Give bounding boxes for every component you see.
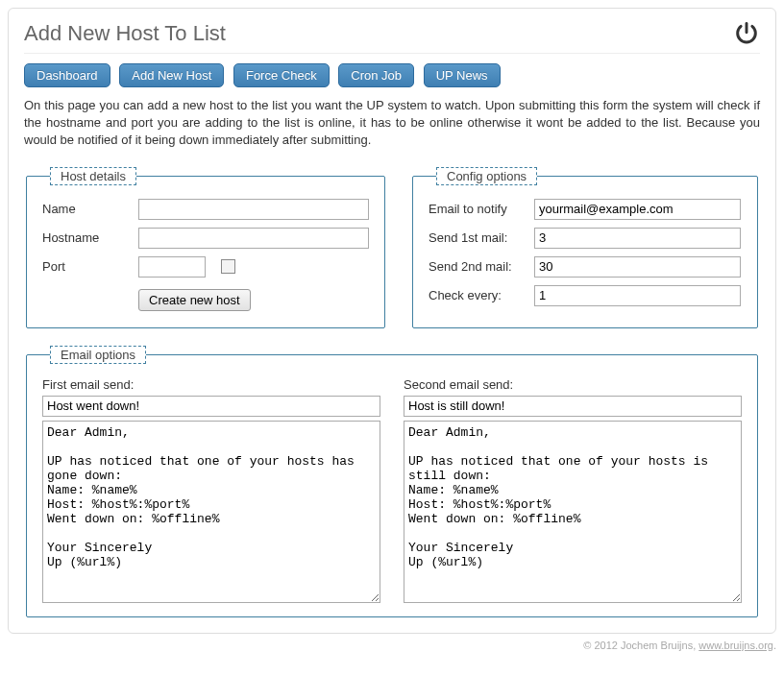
nav-force-check[interactable]: Force Check (233, 63, 330, 87)
check-every-label: Check every: (429, 288, 534, 302)
port-checkbox[interactable] (221, 259, 235, 274)
footer-suffix: . (773, 640, 776, 651)
port-label: Port (42, 259, 138, 274)
config-options-legend: Config options (436, 167, 537, 185)
host-details-fieldset: Host details Name Hostname Port Create n… (26, 167, 385, 328)
first-email-subject-input[interactable] (42, 396, 380, 417)
config-options-fieldset: Config options Email to notify Send 1st … (412, 167, 758, 328)
second-mail-input[interactable] (534, 256, 741, 278)
name-input[interactable] (138, 199, 369, 220)
first-email-label: First email send: (42, 377, 380, 392)
footer-link[interactable]: www.bruijns.org (698, 640, 773, 651)
power-icon[interactable] (733, 20, 760, 47)
intro-text: On this page you can add a new host to t… (24, 97, 760, 150)
hostname-input[interactable] (138, 228, 369, 249)
first-email-body-textarea[interactable] (42, 421, 380, 603)
name-label: Name (42, 202, 138, 216)
footer: © 2012 Jochem Bruijns, www.bruijns.org. (8, 640, 776, 651)
check-every-input[interactable] (534, 285, 741, 306)
first-mail-input[interactable] (534, 228, 741, 249)
nav-dashboard[interactable]: Dashboard (24, 63, 110, 87)
second-email-label: Second email send: (404, 377, 742, 392)
port-input[interactable] (138, 256, 206, 278)
create-host-button[interactable]: Create new host (138, 289, 251, 311)
page-title: Add New Host To List (24, 21, 226, 46)
first-email-column: First email send: (42, 377, 380, 603)
email-options-legend: Email options (50, 346, 146, 364)
host-details-legend: Host details (50, 167, 136, 185)
email-options-fieldset: Email options First email send: Second e… (26, 346, 758, 617)
header: Add New Host To List (24, 20, 760, 54)
nav-cron-job[interactable]: Cron Job (338, 63, 414, 87)
second-mail-label: Send 2nd mail: (429, 259, 534, 274)
email-notify-input[interactable] (534, 199, 741, 220)
second-email-column: Second email send: (404, 377, 742, 603)
email-notify-label: Email to notify (429, 202, 534, 216)
second-email-body-textarea[interactable] (404, 421, 742, 603)
hostname-label: Hostname (42, 230, 138, 245)
main-card: Add New Host To List Dashboard Add New H… (8, 8, 776, 634)
second-email-subject-input[interactable] (404, 396, 742, 417)
nav-up-news[interactable]: UP News (424, 63, 501, 87)
nav-add-new-host[interactable]: Add New Host (119, 63, 224, 87)
first-mail-label: Send 1st mail: (429, 230, 534, 245)
footer-prefix: © 2012 Jochem Bruijns, (583, 640, 698, 651)
nav-bar: Dashboard Add New Host Force Check Cron … (24, 63, 760, 87)
